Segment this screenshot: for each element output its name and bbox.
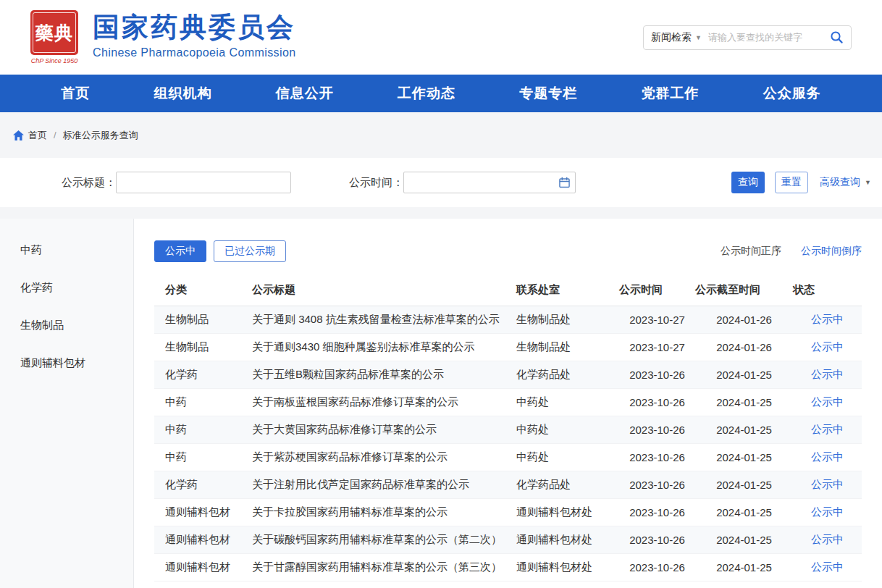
filter-time-label: 公示时间： bbox=[349, 176, 403, 190]
query-button[interactable]: 查询 bbox=[731, 172, 765, 193]
nav-item-party-work[interactable]: 党群工作 bbox=[642, 84, 700, 103]
status-link[interactable]: 公示中 bbox=[811, 423, 844, 435]
office-cell: 生物制品处 bbox=[511, 333, 619, 361]
nav-item-organization[interactable]: 组织机构 bbox=[154, 84, 211, 103]
sort-time-asc-link[interactable]: 公示时间正序 bbox=[721, 245, 781, 258]
seal-caption: ChP Since 1950 bbox=[31, 57, 78, 64]
publish-date-cell: 2023-10-26 bbox=[619, 388, 695, 416]
column-header-deadline: 公示截至时间 bbox=[695, 275, 793, 306]
sidebar-item-biologics[interactable]: 生物制品 bbox=[0, 306, 133, 344]
search-category-label: 新闻检索 bbox=[651, 31, 692, 44]
tab-in-publicity[interactable]: 公示中 bbox=[154, 240, 206, 262]
status-cell: 公示中 bbox=[793, 526, 862, 553]
sort-time-desc-link[interactable]: 公示时间倒序 bbox=[801, 245, 862, 258]
page-body: 首页 / 标准公示服务查询 公示标题： 公示时间： 查询 重置 高级查询 ▼ bbox=[0, 112, 882, 588]
nav-item-public-service[interactable]: 公众服务 bbox=[763, 84, 821, 103]
search-button[interactable] bbox=[826, 30, 844, 44]
status-link[interactable]: 公示中 bbox=[811, 533, 844, 545]
status-link[interactable]: 公示中 bbox=[811, 560, 844, 573]
status-link[interactable]: 公示中 bbox=[811, 505, 844, 518]
filter-title-input[interactable] bbox=[116, 172, 291, 193]
sidebar-item-general-excipients[interactable]: 通则辅料包材 bbox=[0, 344, 133, 382]
deadline-cell: 2024-01-25 bbox=[695, 471, 793, 498]
category-cell: 中药 bbox=[154, 443, 241, 471]
office-cell: 化学药品处 bbox=[511, 471, 619, 498]
publish-date-cell: 2023-10-27 bbox=[619, 333, 695, 361]
table-row: 化学药关于五维B颗粒国家药品标准草案的公示化学药品处2023-10-262024… bbox=[154, 361, 862, 388]
status-cell: 公示中 bbox=[793, 498, 862, 526]
breadcrumb-home-link[interactable]: 首页 bbox=[28, 129, 47, 142]
title-cell[interactable]: 关于大黄国家药品标准修订草案的公示 bbox=[241, 416, 511, 443]
nav-item-special-topics[interactable]: 专题专栏 bbox=[519, 84, 577, 103]
logo-seal-icon: 藥典 ChP Since 1950 bbox=[28, 10, 81, 64]
deadline-cell: 2024-01-25 bbox=[695, 416, 793, 443]
home-icon[interactable] bbox=[13, 130, 24, 140]
column-header-publish-date: 公示时间 bbox=[619, 275, 695, 306]
title-cell[interactable]: 关于五维B颗粒国家药品标准草案的公示 bbox=[241, 361, 511, 388]
status-link[interactable]: 公示中 bbox=[811, 340, 844, 353]
title-cell[interactable]: 关于南板蓝根国家药品标准修订草案的公示 bbox=[241, 388, 511, 416]
breadcrumb-separator: / bbox=[54, 130, 56, 140]
calendar-icon[interactable] bbox=[559, 177, 570, 188]
sidebar-item-chemical[interactable]: 化学药 bbox=[0, 269, 133, 306]
nav-item-info-disclosure[interactable]: 信息公开 bbox=[276, 84, 334, 103]
filter-time-input[interactable] bbox=[403, 172, 576, 193]
category-cell: 通则辅料包材 bbox=[154, 526, 241, 553]
advanced-query-label: 高级查询 bbox=[820, 176, 860, 189]
publish-date-cell: 2023-10-26 bbox=[619, 361, 695, 388]
status-cell: 公示中 bbox=[793, 553, 862, 581]
title-cell[interactable]: 关于碳酸钙国家药用辅料标准草案的公示（第二次） bbox=[241, 526, 511, 553]
table-row: 中药关于紫苏梗国家药品标准修订草案的公示中药处2023-10-262024-01… bbox=[154, 443, 862, 471]
title-cell[interactable]: 关于通则 3408 抗生素残留量检查法标准草案的公示 bbox=[241, 306, 511, 333]
title-cell[interactable]: 关于紫苏梗国家药品标准修订草案的公示 bbox=[241, 443, 511, 471]
search-category-dropdown[interactable]: 新闻检索 ▼ bbox=[651, 31, 702, 44]
title-cell[interactable]: 关于卡拉胶国家药用辅料标准草案的公示 bbox=[241, 498, 511, 526]
status-link[interactable]: 公示中 bbox=[811, 368, 844, 380]
deadline-cell: 2024-01-25 bbox=[695, 498, 793, 526]
status-link[interactable]: 公示中 bbox=[811, 313, 844, 325]
category-cell: 化学药 bbox=[154, 361, 241, 388]
category-cell: 中药 bbox=[154, 416, 241, 443]
category-cell: 生物制品 bbox=[154, 306, 241, 333]
category-cell: 中药 bbox=[154, 388, 241, 416]
deadline-cell: 2024-01-25 bbox=[695, 443, 793, 471]
main-nav: 首页 组织机构 信息公开 工作动态 专题专栏 党群工作 公众服务 bbox=[0, 75, 882, 112]
filter-title-label: 公示标题： bbox=[62, 176, 116, 190]
table-row: 中药关于大黄国家药品标准修订草案的公示中药处2023-10-262024-01-… bbox=[154, 416, 862, 443]
reset-button[interactable]: 重置 bbox=[775, 172, 808, 193]
office-cell: 通则辅料包材处 bbox=[511, 498, 619, 526]
main-panel: 公示中 已过公示期 公示时间正序 公示时间倒序 分类 公示标题 bbox=[134, 219, 882, 588]
status-link[interactable]: 公示中 bbox=[811, 450, 844, 463]
office-cell: 中药处 bbox=[511, 443, 619, 471]
title-cell[interactable]: 关于甘露醇国家药用辅料标准草案的公示（第三次） bbox=[241, 553, 511, 581]
breadcrumb-current: 标准公示服务查询 bbox=[63, 129, 138, 142]
status-link[interactable]: 公示中 bbox=[811, 395, 844, 408]
status-cell: 公示中 bbox=[793, 361, 862, 388]
sidebar-item-tcm[interactable]: 中药 bbox=[0, 231, 133, 269]
tab-expired[interactable]: 已过公示期 bbox=[214, 240, 286, 262]
category-cell: 化学药 bbox=[154, 471, 241, 498]
publish-date-cell: 2023-10-27 bbox=[619, 306, 695, 333]
title-cell[interactable]: 关于注射用比伐芦定国家药品标准草案的公示 bbox=[241, 471, 511, 498]
category-cell: 生物制品 bbox=[154, 333, 241, 361]
site-logo[interactable]: 藥典 ChP Since 1950 国家药典委员会 Chinese Pharma… bbox=[28, 10, 295, 64]
nav-item-work-news[interactable]: 工作动态 bbox=[398, 84, 455, 103]
header-search-input[interactable] bbox=[708, 32, 826, 43]
status-cell: 公示中 bbox=[793, 333, 862, 361]
column-header-category: 分类 bbox=[154, 275, 241, 306]
status-cell: 公示中 bbox=[793, 306, 862, 333]
category-cell: 通则辅料包材 bbox=[154, 553, 241, 581]
table-row: 通则辅料包材关于卡拉胶国家药用辅料标准草案的公示通则辅料包材处2023-10-2… bbox=[154, 498, 862, 526]
column-header-title: 公示标题 bbox=[241, 275, 511, 306]
advanced-query-link[interactable]: 高级查询 ▼ bbox=[820, 176, 871, 189]
status-link[interactable]: 公示中 bbox=[811, 478, 844, 490]
category-sidebar: 中药 化学药 生物制品 通则辅料包材 bbox=[0, 219, 134, 588]
title-cell[interactable]: 关于通则3430 细胞种属鉴别法标准草案的公示 bbox=[241, 333, 511, 361]
seal-stamp-icon: 藥典 bbox=[30, 10, 78, 55]
publish-date-cell: 2023-10-26 bbox=[619, 416, 695, 443]
status-tabs: 公示中 已过公示期 bbox=[154, 240, 286, 262]
deadline-cell: 2024-01-25 bbox=[695, 553, 793, 581]
office-cell: 中药处 bbox=[511, 416, 619, 443]
nav-item-home[interactable]: 首页 bbox=[61, 84, 90, 103]
column-header-status: 状态 bbox=[793, 275, 862, 306]
